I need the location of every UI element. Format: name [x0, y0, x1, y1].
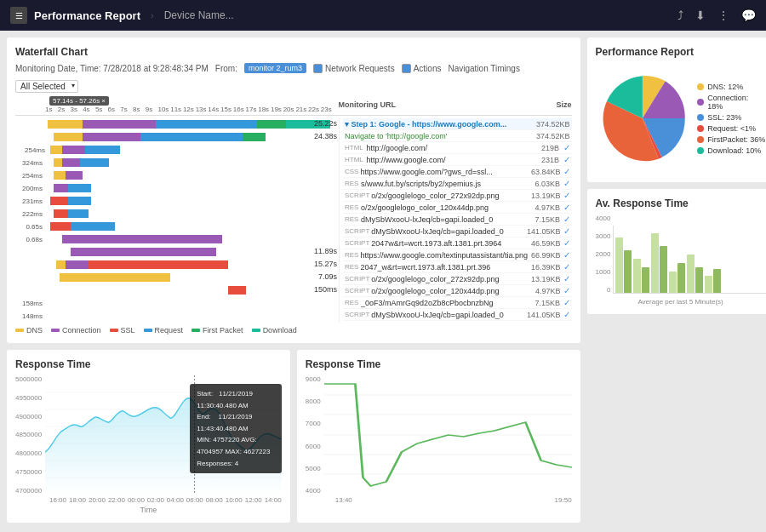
list-item: SCRIPT dMySbWxooU-lxJeq/cb=gapi.loaded_0…	[343, 309, 572, 321]
bar-group	[705, 269, 721, 293]
legend-firstpacket-pie: FirstPacket: 36%	[697, 135, 765, 144]
table-row: 231ms	[15, 195, 339, 207]
legend-connection-pie: Connection: 18%	[697, 94, 765, 111]
chat-icon[interactable]: 💬	[741, 9, 756, 22]
legend-connection: Connection	[51, 326, 101, 335]
table-row: 7.09s	[15, 272, 339, 283]
x-axis-label: Time	[15, 506, 282, 514]
x-axis: 16:00 18:00 20:00 22:00 00:00 02:00 04:0…	[49, 496, 282, 504]
waterfall-bars: 25.22s 24.38s	[15, 118, 339, 323]
bar	[677, 263, 685, 293]
y-axis: 5000000 4950000 4900000 4850000 4800000 …	[15, 375, 45, 495]
breadcrumb-sep: ›	[151, 10, 154, 20]
topbar: ☰ Performance Report › Device Name... ⤴ …	[0, 0, 766, 31]
table-row: 200ms	[15, 182, 339, 194]
av-x-axis-label: Average per last 5 Minute(s)	[596, 298, 766, 306]
actions-check[interactable]: Actions	[402, 64, 442, 73]
y-axis-right: 9000 8000 7000 6000 5000 4000	[306, 375, 324, 495]
legend-ssl: SSL	[110, 326, 135, 335]
bar	[713, 269, 721, 293]
dropdown-arrow: ▾	[71, 82, 75, 89]
main-content: Waterfall Chart Monitoring Date, Time: 7…	[0, 31, 766, 532]
waterfall-legend: DNS Connection SSL Request First Packet	[15, 326, 572, 335]
page-subtitle: Device Name...	[164, 9, 234, 21]
actions-checkbox[interactable]	[402, 64, 411, 73]
perf-report-right-title: Performance Report	[596, 46, 766, 58]
x-axis-right: 13:40 19:50	[335, 496, 572, 504]
bar-group	[633, 259, 649, 293]
bar-group	[687, 255, 703, 293]
bar-groups	[613, 226, 765, 294]
topbar-actions: ⤴ ⬇ ⋮ 💬	[677, 9, 756, 22]
list-item: CSS https://www.google.com/?gws_rd=ssl..…	[343, 166, 572, 178]
table-row: 25.22s	[15, 118, 339, 130]
bottom-panels: Response Time 5000000 4950000 4900000 48…	[7, 350, 580, 523]
pie-area: DNS: 12% Connection: 18% SSL: 23% Reques…	[596, 63, 766, 174]
bar	[669, 272, 677, 293]
time-highlight: 57.14s - 57.26s ×	[49, 96, 109, 106]
pie-legend: DNS: 12% Connection: 18% SSL: 23% Reques…	[697, 83, 765, 155]
list-item: SCRIPT o/2x/googlelogo_color_272x92dp.pn…	[343, 190, 572, 202]
bar	[615, 237, 623, 293]
bar-group	[615, 237, 632, 293]
share-icon[interactable]: ⤴	[677, 9, 683, 22]
response-line-right	[324, 375, 572, 495]
bar	[642, 267, 649, 293]
legend-download-pie: Download: 10%	[697, 146, 765, 155]
waterfall-panel: Waterfall Chart Monitoring Date, Time: 7…	[7, 37, 580, 343]
table-row: 150ms	[15, 284, 339, 296]
legend-download: Download	[252, 326, 297, 335]
network-requests-checkbox[interactable]	[313, 64, 323, 73]
time-ruler: 1s 2s 3s 4s 5s 6s 7s 8s 9s 10s 11s 12s 1…	[45, 106, 334, 113]
av-response-chart: 4000 3000 2000 1000 0	[596, 215, 766, 295]
monitoring-url-header: Monitoring URL	[339, 100, 396, 109]
list-item: HTML http://www.google.com/ 231B ✓	[343, 154, 572, 166]
legend-dns: DNS	[15, 326, 43, 335]
table-row: 254ms	[15, 169, 339, 181]
page-title: Performance Report	[34, 9, 140, 22]
bar-group	[651, 233, 667, 293]
network-requests-check[interactable]: Network Requests	[313, 64, 395, 73]
bar	[687, 255, 695, 293]
table-row: 158ms	[15, 297, 339, 309]
list-item: RES o/2x/googlelogo_color_120x44dp.png 4…	[343, 202, 572, 214]
monitor-badge: monitor 2_rum3	[244, 63, 306, 73]
response-time-left-title: Response Time	[15, 358, 282, 370]
list-item: SCRIPT dMySbWxooU-lxJeq/cb=gapi.loaded_0…	[343, 226, 572, 237]
table-row: 254ms	[15, 144, 339, 156]
list-item: SCRIPT o/2x/googlelogo_color_120x44dp.pn…	[343, 285, 572, 297]
pie-chart	[596, 72, 689, 165]
table-row: 15.27s	[15, 259, 339, 271]
bar	[624, 250, 632, 293]
left-column: Waterfall Chart Monitoring Date, Time: 7…	[7, 37, 580, 523]
app-logo: ☰	[10, 7, 27, 24]
list-item: RES 2047_w&rt=wcrt.1973.aft.1381.prt.396…	[343, 261, 572, 273]
size-header: Size	[557, 100, 572, 109]
bar	[651, 233, 659, 293]
bar-group	[669, 263, 685, 293]
list-item: SCRIPT 2047w&rt=wcrt.1973.aft.1381.prt.3…	[343, 237, 572, 249]
table-row: 324ms	[15, 157, 339, 169]
bar	[660, 246, 667, 293]
table-row: 0.65s	[15, 220, 339, 232]
waterfall-body: 25.22s 24.38s	[15, 118, 572, 323]
response-time-right-title: Response Time	[306, 358, 572, 370]
table-row: 24.38s	[15, 131, 339, 143]
table-row: 11.89s	[15, 246, 339, 258]
all-selected-dropdown[interactable]: All Selected ▾	[15, 80, 78, 93]
list-item: RES _0oF3/mAmrGq9d2oZb8cPbocbnzbNg 7.15K…	[343, 297, 572, 309]
nav-timings-label: Navigation Timings	[448, 64, 519, 73]
waterfall-header: Monitoring Date, Time: 7/28/2018 at 9:28…	[15, 63, 572, 93]
table-row: 0.68s	[15, 233, 339, 245]
download-icon[interactable]: ⬇	[695, 9, 706, 22]
response-time-right-panel: Response Time 9000 8000 7000 6000 5000 4…	[297, 350, 580, 523]
bar	[695, 267, 703, 293]
list-item: RES s/www.fut.by/scripts/by2/xpemius.js …	[343, 178, 572, 190]
av-response-panel: Av. Response Time 4000 3000 2000 1000 0	[587, 189, 766, 314]
list-item: RES dMySbWxooU-lxJeq/cb=gapi.loaded_0 7.…	[343, 214, 572, 226]
response-time-right-chart: 9000 8000 7000 6000 5000 4000	[306, 375, 572, 495]
more-icon[interactable]: ⋮	[717, 9, 729, 22]
bar	[705, 276, 712, 293]
right-chart-canvas	[324, 375, 572, 495]
bar	[633, 259, 641, 293]
